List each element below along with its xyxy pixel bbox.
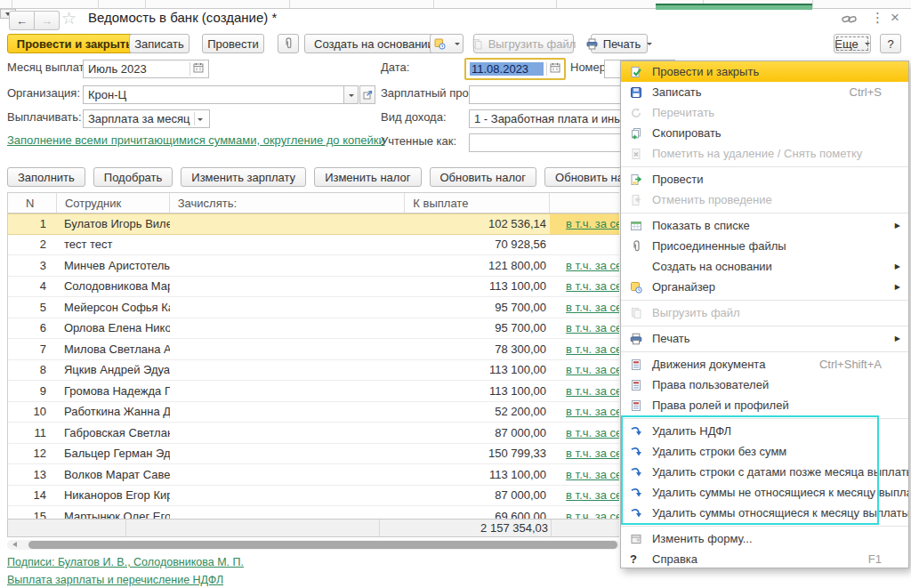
salary-payment-link[interactable]: Выплата зарплаты и перечисление НДФЛ: [7, 574, 223, 586]
menu-item: Пометить на удаление / Снять пометку: [621, 143, 908, 164]
menu-item[interactable]: Удалить суммы относящиеся к месяцу выпла…: [621, 503, 908, 523]
row-number: 2: [8, 238, 57, 251]
close-icon[interactable]: [891, 9, 899, 27]
row-number: 12: [8, 447, 57, 460]
col-header-employee[interactable]: Сотрудник: [57, 193, 170, 213]
menu-item[interactable]: Удалить суммы не относящиеся к месяцу вы…: [621, 482, 908, 503]
menu-item[interactable]: Органайзер: [621, 277, 908, 297]
calendar-icon[interactable]: [193, 62, 204, 76]
horizontal-scrollbar[interactable]: [7, 540, 619, 550]
including-month-link[interactable]: в т.ч. за сен: [550, 363, 619, 376]
amount-cell: 95 700,00: [405, 301, 550, 314]
table-row[interactable]: 13 Волков Марат Савел... 113 100,00 в т.…: [8, 464, 619, 486]
organizer-button[interactable]: [430, 34, 464, 53]
including-month-link[interactable]: в т.ч. за сен: [550, 342, 619, 356]
table-action-button[interactable]: Подобрать: [93, 167, 173, 187]
table-row[interactable]: 10 Работкина Жанна Дм... 52 200,00 в т.ч…: [8, 402, 619, 423]
post-and-close-button[interactable]: Провести и закрыть: [7, 34, 142, 53]
menu-item[interactable]: Удалить строки без сумм: [621, 441, 908, 462]
menu-item[interactable]: Движения документа Ctrl+Shift+A: [621, 354, 908, 375]
calendar-icon[interactable]: [550, 62, 560, 76]
including-month-link[interactable]: в т.ч. за сен: [550, 426, 619, 439]
back-button[interactable]: [9, 11, 35, 30]
table-action-button[interactable]: Заполнить: [7, 167, 85, 187]
table-row[interactable]: 15 Мартынюк Олег Егор... 69 600,00 в т.ч…: [8, 506, 619, 519]
table-action-button[interactable]: Изменить зарплату: [181, 167, 306, 187]
organization-input[interactable]: Крон-Ц: [83, 85, 344, 104]
including-month-link[interactable]: в т.ч. за сен: [550, 405, 619, 418]
signatures-link[interactable]: Подписи: Булатов И. В., Солодовникова М.…: [7, 556, 244, 568]
favorite-star-icon[interactable]: [61, 8, 77, 28]
menu-item[interactable]: Записать Ctrl+S: [621, 82, 908, 102]
month-input[interactable]: Июль 2023: [83, 60, 209, 78]
print-button[interactable]: Печать: [591, 34, 648, 53]
table-row[interactable]: 14 Никаноров Егор Кир... 87 000,00 в т.ч…: [8, 486, 619, 507]
table-row[interactable]: 6 Орлова Елена Никол... 95 700,00 в т.ч.…: [8, 318, 619, 340]
menu-item[interactable]: Изменить форму...: [621, 528, 908, 549]
menu-item[interactable]: Присоединенные файлы: [621, 236, 908, 256]
more-actions-button[interactable]: Еще: [834, 34, 871, 53]
menu-item[interactable]: ? Справка F1: [621, 549, 908, 568]
table-action-button[interactable]: Изменить налог: [314, 167, 421, 187]
menu-item[interactable]: Провести и закрыть: [621, 61, 908, 82]
chevron-down-icon: [198, 118, 203, 124]
external-command-icon: [630, 425, 644, 438]
menu-item[interactable]: Права пользователей: [621, 375, 908, 395]
export-file-button: Выгрузить файл: [473, 34, 574, 53]
pay-select[interactable]: Зарплата за месяц: [83, 109, 210, 128]
table-action-button[interactable]: Обновить налог: [430, 167, 537, 187]
organization-dropdown-button[interactable]: [343, 85, 359, 104]
table-row[interactable]: 12 Бальцер Герман Эду... 150 799,33 в т.…: [8, 444, 619, 465]
menu-item[interactable]: Провести: [621, 169, 908, 189]
post-button[interactable]: Провести: [202, 34, 264, 53]
help-button[interactable]: ?: [880, 34, 901, 53]
table-row[interactable]: 3 Минчев Аристотель ... 121 800,00 в т.ч…: [8, 255, 619, 277]
including-month-link[interactable]: в т.ч. за сен: [550, 321, 619, 334]
including-month-link[interactable]: в т.ч. за сен: [550, 384, 619, 398]
refresh-icon: [630, 107, 644, 119]
menu-item[interactable]: Удалить НДФЛ: [621, 421, 908, 441]
including-month-link[interactable]: в т.ч. за сен: [550, 259, 619, 272]
fill-with-amounts-link[interactable]: Заполнение всеми причитающимися суммами,…: [7, 133, 441, 148]
col-header-payout[interactable]: К выплате: [405, 193, 550, 213]
col-header-n[interactable]: N: [8, 193, 57, 213]
scroll-left-icon[interactable]: [10, 542, 17, 547]
table-row[interactable]: 7 Милова Светлана Аф... 78 300,00 в т.ч.…: [8, 339, 619, 360]
including-month-link[interactable]: в т.ч. за сен: [550, 301, 619, 314]
date-input[interactable]: 11.08.2023: [464, 58, 566, 80]
employee-name: Бальцер Герман Эду...: [57, 447, 170, 460]
attached-files-button[interactable]: [278, 34, 299, 53]
shortcut-label: Ctrl+S: [850, 85, 901, 99]
table-row[interactable]: 4 Солодовникова Мар... 113 100,00 в т.ч.…: [8, 277, 619, 298]
col-header-credit[interactable]: Зачислять:: [170, 193, 406, 213]
table-row[interactable]: 8 Яцкив Андрей Эдуар... 113 100,00 в т.ч…: [8, 360, 619, 382]
including-month-link[interactable]: в т.ч. за сен: [550, 447, 619, 460]
forward-button[interactable]: [35, 11, 60, 30]
menu-item[interactable]: Удалить строки с датами позже месяца вып…: [621, 462, 908, 482]
including-month-link[interactable]: в т.ч. за сен: [550, 279, 619, 293]
menu-item[interactable]: Создать на основании: [621, 256, 908, 277]
employee-name: Волков Марат Савел...: [57, 468, 170, 481]
table-row[interactable]: 11 Габровская Светлана... 87 000,00 в т.…: [8, 423, 619, 444]
menu-item[interactable]: Права ролей и профилей: [621, 395, 908, 415]
table-row[interactable]: 1 Булатов Игорь Виле... 102 536,14 в т.ч…: [8, 213, 619, 235]
menu-item[interactable]: Печать: [621, 328, 908, 349]
scrollbar-thumb[interactable]: [28, 541, 617, 549]
more-options-icon[interactable]: [871, 10, 884, 26]
copy-icon: [630, 127, 644, 140]
including-month-link[interactable]: в т.ч. за сен: [550, 488, 619, 502]
including-month-link[interactable]: в т.ч. за сен: [550, 214, 619, 234]
organization-open-button[interactable]: [359, 85, 375, 104]
menu-item[interactable]: Показать в списке: [621, 215, 908, 236]
col-header-extra[interactable]: [550, 193, 619, 213]
table-row[interactable]: 2 тест тест 70 928,56: [8, 235, 619, 256]
including-month-link[interactable]: в т.ч. за сен: [550, 468, 619, 481]
table-row[interactable]: 5 Мейерсон Софья Ка... 95 700,00 в т.ч. …: [8, 297, 619, 318]
menu-item[interactable]: Скопировать: [621, 123, 908, 143]
get-link-icon[interactable]: [842, 13, 857, 27]
table-row[interactable]: 9 Громова Надежда П... 113 100,00 в т.ч.…: [8, 381, 619, 402]
save-button[interactable]: Записать: [129, 34, 189, 53]
active-tab-indicator[interactable]: [656, 4, 812, 10]
external-command-icon: [630, 487, 644, 499]
including-month-link[interactable]: в т.ч. за сен: [550, 510, 619, 519]
